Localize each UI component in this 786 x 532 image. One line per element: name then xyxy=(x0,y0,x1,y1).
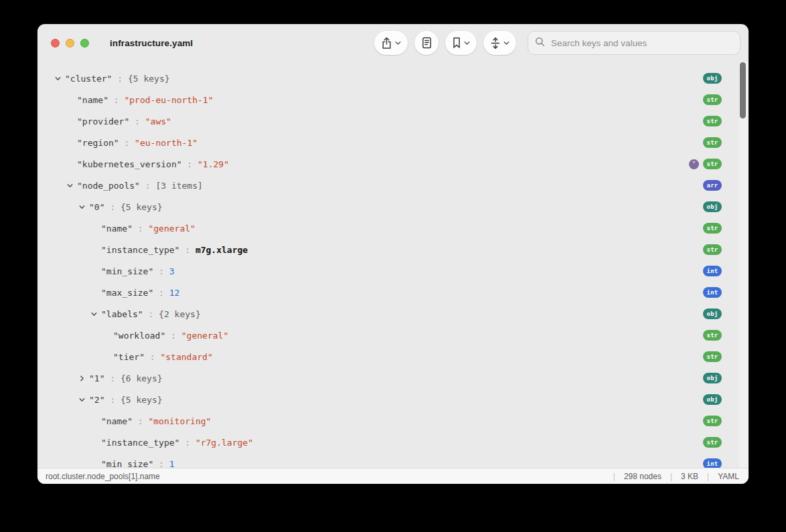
key-value-separator: : xyxy=(153,288,169,298)
status-separator: | xyxy=(670,472,672,481)
window-title: infrastructure.yaml xyxy=(110,38,193,48)
tree-row[interactable]: "2" : {5 keys}obj xyxy=(37,389,749,410)
type-badge-str: str xyxy=(703,244,722,255)
scrollbar-track[interactable] xyxy=(739,62,749,468)
document-icon xyxy=(422,37,432,49)
node-value: "prod-eu-north-1" xyxy=(124,95,213,105)
node-key: "provider" xyxy=(77,116,129,126)
search-input[interactable] xyxy=(550,37,733,49)
node-value: {6 keys} xyxy=(121,373,163,383)
key-value-separator: : xyxy=(182,159,198,169)
share-button[interactable] xyxy=(374,31,408,55)
node-key: "workload" xyxy=(113,331,165,341)
zoom-button[interactable] xyxy=(80,39,89,48)
share-icon xyxy=(381,37,392,50)
key-value-separator: : xyxy=(133,416,148,426)
node-key: "node_pools" xyxy=(77,181,140,191)
node-path: root.cluster.node_pools[1].name xyxy=(46,472,160,481)
node-key: "name" xyxy=(101,224,133,234)
node-key: "max_size" xyxy=(101,288,153,298)
expand-vertical-icon xyxy=(490,37,501,50)
node-key: "2" xyxy=(89,395,104,405)
tree: "cluster" : {5 keys}obj"name" : "prod-eu… xyxy=(37,62,749,468)
node-key: "labels" xyxy=(101,309,143,319)
node-key: "region" xyxy=(77,138,119,148)
node-key: "instance_type" xyxy=(101,438,179,448)
chevron-down-icon xyxy=(503,41,509,46)
tree-row[interactable]: "instance_type" : m7g.xlargestr xyxy=(37,239,749,260)
node-key: "name" xyxy=(77,95,108,105)
scrollbar-thumb[interactable] xyxy=(740,62,746,118)
chevron-down-icon[interactable] xyxy=(90,311,101,318)
tree-row[interactable]: "0" : {5 keys}obj xyxy=(37,196,749,217)
type-badge-obj: obj xyxy=(703,201,722,212)
key-value-separator: : xyxy=(145,352,160,362)
tree-row[interactable]: "min_size" : 1int xyxy=(37,453,749,468)
title-bar: infrastructure.yaml xyxy=(37,24,749,62)
type-badge-obj: obj xyxy=(703,308,722,319)
tree-row[interactable]: "tier" : "standard"str xyxy=(37,346,749,367)
node-value: 3 xyxy=(169,266,175,276)
tree-row[interactable]: "node_pools" : [3 items]arr xyxy=(37,175,749,196)
key-value-separator: : xyxy=(179,245,195,255)
tree-row[interactable]: "max_size" : 12int xyxy=(37,282,749,303)
key-value-separator: : xyxy=(104,373,120,383)
chevron-right-icon[interactable] xyxy=(78,375,89,382)
node-value: "1.29" xyxy=(198,159,229,169)
node-key: "tier" xyxy=(113,352,145,362)
tree-row[interactable]: "min_size" : 3int xyxy=(37,260,749,282)
node-value: 1 xyxy=(169,459,175,468)
tree-row[interactable]: "name" : "general"str xyxy=(37,217,749,239)
tree-row[interactable]: "name" : "prod-eu-north-1"str xyxy=(37,89,749,110)
search-icon xyxy=(535,37,545,50)
type-badge-str: str xyxy=(703,137,722,148)
tree-row[interactable]: "instance_type" : "r7g.large"str xyxy=(37,432,749,453)
key-value-separator: : xyxy=(133,224,148,234)
chevron-down-icon[interactable] xyxy=(78,203,89,211)
type-badge-int: int xyxy=(703,266,722,276)
bookmark-button[interactable] xyxy=(445,31,477,55)
file-size: 3 KB xyxy=(681,472,698,481)
document-button[interactable] xyxy=(414,31,439,55)
status-separator: | xyxy=(707,472,709,481)
toolbar xyxy=(374,31,516,55)
search-field[interactable] xyxy=(528,31,740,55)
type-badge-obj: obj xyxy=(703,394,722,405)
chevron-down-icon[interactable] xyxy=(54,75,65,82)
type-badge-obj: obj xyxy=(703,373,722,383)
chevron-down-icon[interactable] xyxy=(78,396,89,404)
key-value-separator: : xyxy=(104,395,120,405)
tree-row[interactable]: "workload" : "general"str xyxy=(37,325,749,346)
tree-row[interactable]: "1" : {6 keys}obj xyxy=(37,367,749,389)
close-button[interactable] xyxy=(51,39,60,48)
type-badge-str: str xyxy=(703,116,722,126)
key-value-separator: : xyxy=(165,331,181,341)
quoted-string-indicator-icon: " xyxy=(689,159,699,169)
type-badge-str: str xyxy=(703,223,722,234)
type-badge-str: str xyxy=(703,351,722,362)
status-right: | 298 nodes | 3 KB | YAML xyxy=(613,472,739,481)
tree-row[interactable]: "labels" : {2 keys}obj xyxy=(37,303,749,325)
tree-row[interactable]: "name" : "monitoring"str xyxy=(37,410,749,432)
tree-row[interactable]: "region" : "eu-north-1"str xyxy=(37,132,749,153)
tree-row[interactable]: "provider" : "aws"str xyxy=(37,110,749,132)
node-value: [3 items] xyxy=(155,181,202,191)
key-value-separator: : xyxy=(153,459,169,468)
node-value: {5 keys} xyxy=(121,395,163,405)
tree-row[interactable]: "cluster" : {5 keys}obj xyxy=(37,68,749,89)
expand-collapse-button[interactable] xyxy=(483,31,516,55)
node-value: {5 keys} xyxy=(121,202,163,212)
type-badge-str: str xyxy=(703,159,722,169)
key-value-separator: : xyxy=(108,95,124,105)
tree-row[interactable]: "kubernetes_version" : "1.29""str xyxy=(37,153,749,175)
type-badge-str: str xyxy=(703,416,722,426)
chevron-down-icon[interactable] xyxy=(66,182,77,189)
node-count: 298 nodes xyxy=(624,472,661,481)
minimize-button[interactable] xyxy=(66,39,74,48)
node-value: "monitoring" xyxy=(148,416,211,426)
node-key: "name" xyxy=(101,416,133,426)
traffic-lights xyxy=(51,39,89,48)
app-window: infrastructure.yaml xyxy=(37,24,749,484)
status-bar: root.cluster.node_pools[1].name | 298 no… xyxy=(37,468,749,484)
node-value: "aws" xyxy=(145,116,171,126)
